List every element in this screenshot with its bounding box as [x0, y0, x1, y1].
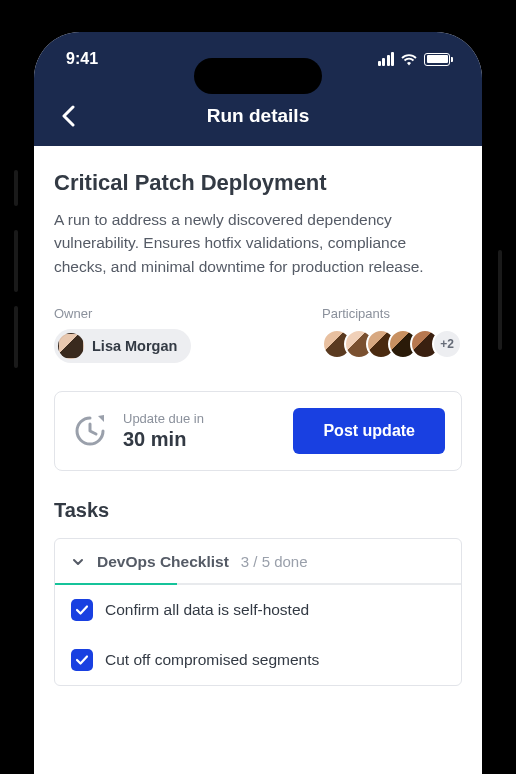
update-card: Update due in 30 min Post update [54, 391, 462, 471]
avatar [58, 333, 84, 359]
run-description: A run to address a newly discovered depe… [54, 208, 462, 278]
checkbox-checked[interactable] [71, 599, 93, 621]
wifi-icon [400, 53, 418, 66]
chevron-left-icon [61, 105, 75, 127]
task-section-header[interactable]: DevOps Checklist 3 / 5 done [55, 539, 461, 585]
participants-column: Participants +2 [322, 306, 462, 363]
status-icons [378, 52, 451, 66]
task-progress-text: 3 / 5 done [241, 553, 308, 570]
phone-volume-up [14, 230, 18, 292]
checkbox-checked[interactable] [71, 649, 93, 671]
owner-column: Owner Lisa Morgan [54, 306, 191, 363]
update-due-time: 30 min [123, 428, 204, 451]
screen: 9:41 [34, 32, 482, 774]
content: Critical Patch Deployment A run to addre… [34, 146, 482, 774]
task-section-title: DevOps Checklist [97, 553, 229, 571]
participants-list[interactable]: +2 [322, 329, 462, 359]
phone-power-button [498, 250, 502, 350]
participants-overflow[interactable]: +2 [432, 329, 462, 359]
phone-volume-down [14, 306, 18, 368]
update-info: Update due in 30 min [71, 411, 204, 451]
phone-frame: 9:41 [20, 18, 496, 774]
check-icon [75, 603, 89, 617]
post-update-button[interactable]: Post update [293, 408, 445, 454]
task-section: DevOps Checklist 3 / 5 done Confirm all … [54, 538, 462, 686]
owner-name: Lisa Morgan [92, 338, 177, 354]
dynamic-island [194, 58, 322, 94]
battery-icon [424, 53, 450, 66]
signal-icon [378, 52, 395, 66]
tasks-heading: Tasks [54, 499, 462, 522]
task-item[interactable]: Confirm all data is self-hosted [55, 585, 461, 635]
nav-bar: Run details [34, 86, 482, 146]
clock-icon [71, 412, 109, 450]
phone-side-button [14, 170, 18, 206]
task-item[interactable]: Cut off compromised segments [55, 635, 461, 685]
owner-chip[interactable]: Lisa Morgan [54, 329, 191, 363]
owner-label: Owner [54, 306, 191, 321]
task-label: Cut off compromised segments [105, 651, 319, 669]
meta-row: Owner Lisa Morgan Participants +2 [54, 306, 462, 363]
participants-label: Participants [322, 306, 462, 321]
status-time: 9:41 [66, 50, 98, 68]
task-progress-bar [55, 583, 461, 585]
page-title: Critical Patch Deployment [54, 170, 462, 196]
check-icon [75, 653, 89, 667]
chevron-down-icon [71, 555, 85, 569]
task-label: Confirm all data is self-hosted [105, 601, 309, 619]
update-due-label: Update due in [123, 411, 204, 426]
nav-title: Run details [207, 105, 309, 127]
back-button[interactable] [54, 102, 82, 130]
